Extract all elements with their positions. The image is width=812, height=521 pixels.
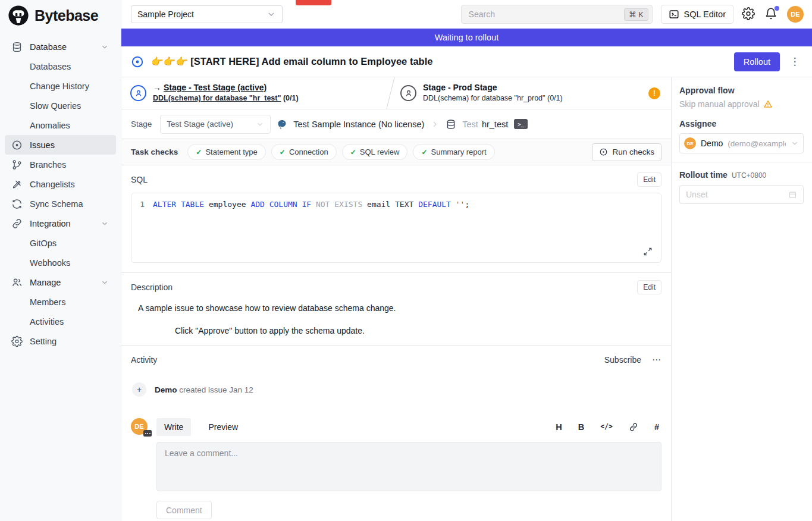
format-icons: HB</>#: [556, 422, 661, 432]
sidebar-item-setting[interactable]: Setting: [5, 331, 116, 351]
sidebar-item-branches[interactable]: Branches: [5, 155, 116, 174]
task-check-pill-statement-type[interactable]: ✓Statement type: [187, 144, 266, 160]
chevron-right-icon: [430, 120, 440, 129]
rollout-time-title: Rollout time: [679, 170, 728, 180]
assignee-select[interactable]: DE Demo (demo@example: [679, 133, 804, 153]
sidebar-item-label: Change History: [30, 81, 89, 91]
more-actions-button[interactable]: ⋮: [787, 55, 802, 68]
sidebar-item-manage[interactable]: Manage: [5, 272, 116, 292]
code-icon[interactable]: </>: [600, 423, 613, 431]
line-number: 1: [137, 200, 153, 209]
sidebar-item-database[interactable]: Database: [5, 37, 116, 57]
speech-bubble-icon: [143, 430, 152, 437]
stage-prod-task: DDL(schema) for database "hr_prod" (0/1): [423, 94, 563, 103]
link-icon: [11, 218, 23, 229]
chevron-down-icon: [791, 139, 799, 147]
tab-write[interactable]: Write: [156, 418, 191, 436]
task-check-pills: ✓Statement type✓Connection✓SQL review✓Su…: [187, 144, 500, 160]
stage-bar: Stage Test Stage (active) Test Sample In…: [121, 109, 671, 139]
sidebar-item-label: Manage: [30, 278, 61, 287]
branch-icon: [11, 159, 23, 170]
sidebar-item-label: GitOps: [30, 238, 57, 248]
sidebar-item-change-history[interactable]: Change History: [5, 76, 116, 96]
bold-icon[interactable]: B: [578, 423, 584, 432]
sql-edit-button[interactable]: Edit: [637, 172, 661, 187]
circle-dot-icon: [11, 139, 23, 150]
task-check-pill-summary-report[interactable]: ✓Summary report: [413, 144, 494, 160]
brand[interactable]: Bytebase: [0, 0, 121, 31]
stage-select[interactable]: Test Stage (active): [160, 115, 271, 134]
search-input[interactable]: Search ⌘ K: [461, 5, 653, 24]
check-icon: ✓: [196, 148, 202, 156]
search-shortcut-badge: ⌘ K: [624, 8, 648, 21]
activity-item: +Demo created issue Jan 12: [131, 382, 661, 397]
stage-prod-title: Stage - Prod Stage: [423, 83, 563, 93]
status-banner: Waiting to rollout: [121, 29, 812, 46]
sidebar-item-anomalies[interactable]: Anomalies: [5, 115, 116, 135]
sidebar-item-activities[interactable]: Activities: [5, 312, 116, 331]
notifications-button[interactable]: [764, 7, 779, 21]
tab-preview[interactable]: Preview: [200, 418, 246, 436]
sidebar-item-label: Databases: [30, 62, 71, 71]
sidebar-item-issues[interactable]: Issues: [5, 135, 116, 155]
sidebar-item-members[interactable]: Members: [5, 292, 116, 312]
run-checks-button[interactable]: Run checks: [592, 143, 661, 161]
sql-editor-label: SQL Editor: [684, 10, 726, 19]
check-icon: ✓: [280, 148, 286, 156]
database-link[interactable]: hr_test: [482, 120, 508, 129]
description-edit-button[interactable]: Edit: [637, 280, 661, 294]
comment-submit-button[interactable]: Comment: [156, 501, 212, 519]
activity-more-button[interactable]: ⋯: [652, 354, 661, 365]
sidebar-item-changelists[interactable]: Changelists: [5, 174, 116, 194]
sidebar-item-databases[interactable]: Databases: [5, 57, 116, 76]
comment-textarea[interactable]: Leave a comment...: [156, 442, 661, 491]
comment-editor: DE WritePreview HB</># Leave a comment..…: [121, 418, 671, 519]
sidebar-item-label: Changelists: [30, 180, 75, 189]
task-check-pill-sql-review[interactable]: ✓SQL review: [342, 144, 408, 160]
settings-button[interactable]: [742, 7, 756, 21]
stage-test[interactable]: →Stage - Test Stage (active) DDL(schema)…: [121, 77, 390, 109]
users-icon: [11, 277, 23, 288]
approver-icon: [130, 85, 146, 101]
description-section: Description Edit A sample issue to showc…: [121, 272, 671, 345]
sidebar-item-slow-queries[interactable]: Slow Queries: [5, 96, 116, 115]
stage-select-value: Test Stage (active): [167, 120, 233, 128]
expand-icon[interactable]: [643, 247, 653, 256]
rollout-button[interactable]: Rollout: [734, 52, 780, 71]
stage-prod[interactable]: Stage - Prod Stage DDL(schema) for datab…: [391, 77, 671, 109]
bytebase-app: Bytebase DatabaseDatabasesChange History…: [0, 0, 812, 521]
sidebar-item-gitops[interactable]: GitOps: [5, 233, 116, 253]
sql-editor-button[interactable]: SQL Editor: [661, 5, 733, 24]
instance-link[interactable]: Test Sample Instance (No license): [293, 120, 424, 129]
open-sql-editor-badge[interactable]: >_: [514, 119, 528, 129]
brand-name: Bytebase: [35, 7, 98, 24]
topbar: Sample Project Search ⌘ K SQL Editor DE: [121, 0, 812, 29]
panel-divider: [672, 162, 812, 162]
comment-placeholder: Leave a comment...: [165, 448, 238, 458]
chevron-down-icon: [267, 10, 276, 19]
sidebar-item-webhooks[interactable]: Webhooks: [5, 253, 116, 272]
hash-icon[interactable]: #: [654, 423, 659, 432]
task-checks-label: Task checks: [131, 147, 178, 156]
sidebar-item-sync-schema[interactable]: Sync Schema: [5, 194, 116, 214]
sidebar-item-integration[interactable]: Integration: [5, 214, 116, 233]
sidebar-item-label: Database: [30, 42, 67, 52]
assignee-name: Demo: [701, 139, 723, 148]
user-avatar[interactable]: DE: [787, 6, 804, 23]
stage-prod-text: Stage - Prod Stage DDL(schema) for datab…: [423, 83, 563, 103]
description-body: A sample issue to showcase how to review…: [131, 303, 661, 335]
issue-sidebar: Approval flow Skip manual approval Assig…: [671, 77, 812, 521]
sql-editor[interactable]: 1 ALTER TABLE employee ADD COLUMN IF NOT…: [131, 193, 661, 263]
heading-icon[interactable]: H: [556, 423, 562, 432]
sidebar-item-label: Anomalies: [30, 121, 70, 130]
chevron-down-icon: [101, 43, 109, 51]
rollout-time-row: Rollout time UTC+0800: [679, 170, 804, 180]
bytebase-logo-icon: [7, 4, 30, 27]
check-icon: ✓: [421, 148, 427, 156]
subscribe-button[interactable]: Subscribe: [604, 355, 641, 365]
link-icon[interactable]: [629, 422, 638, 432]
rollout-time-input[interactable]: Unset: [679, 185, 804, 204]
task-check-pill-connection[interactable]: ✓Connection: [271, 144, 337, 160]
project-select[interactable]: Sample Project: [131, 5, 283, 23]
sidebar-item-label: Webhooks: [30, 258, 70, 268]
